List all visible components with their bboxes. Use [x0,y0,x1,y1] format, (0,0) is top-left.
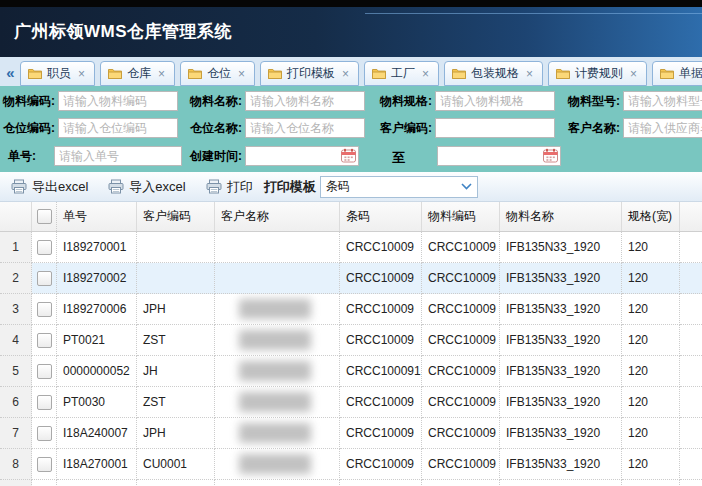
table-row[interactable] [0,480,702,486]
table-row[interactable]: 4PT0021ZSTCRCC10009CRCC10009IFB135N33_19… [0,325,702,356]
cell-filler [680,356,702,387]
close-icon[interactable]: × [158,68,165,80]
tab-item-5[interactable]: 包装规格× [444,61,543,86]
row-checkbox-cell [32,356,57,387]
row-checkbox[interactable] [37,457,52,472]
redacted-customer-name [239,392,311,412]
tab-item-7[interactable]: 单据类型× [652,61,702,86]
row-checkbox[interactable] [37,333,52,348]
print-button[interactable]: 打印 [201,176,262,198]
row-number: 1 [0,232,32,263]
cell-customer-name [215,263,340,294]
table-row[interactable]: 2I189270002CRCC10009CRCC10009IFB135N33_1… [0,263,702,294]
material-model-label: 物料型号: [568,93,620,110]
material-spec-input[interactable] [435,91,555,111]
cell-customer-code [137,480,215,486]
folder-icon [28,68,42,79]
collapse-tabs-icon[interactable]: « [2,61,19,85]
cell-material-name: IFB135N33_1920 [500,263,622,294]
close-icon[interactable]: × [78,68,85,80]
material-name-input[interactable] [245,91,365,111]
col-header-filler [680,202,702,231]
row-checkbox[interactable] [37,395,52,410]
customer-code-input[interactable] [435,118,555,138]
select-all-cell [32,202,57,231]
row-number: 7 [0,418,32,449]
cell-barcode: CRCC10009 [340,232,422,263]
order-no-input[interactable] [54,146,182,166]
row-checkbox-cell [32,480,57,486]
export-excel-button[interactable]: 导出excel [6,176,97,198]
bin-name-input[interactable] [245,118,365,138]
bin-code-input[interactable] [58,118,178,138]
printer-icon [206,179,222,194]
col-header-customer-name[interactable]: 客户名称 [215,202,340,231]
tab-item-2[interactable]: 仓位× [180,61,255,86]
table-row[interactable]: 6PT0030ZSTCRCC10009CRCC10009IFB135N33_19… [0,387,702,418]
cell-customer-code: ZST [137,325,215,356]
close-icon[interactable]: × [526,68,533,80]
customer-name-input[interactable] [623,118,702,138]
print-template-select[interactable]: 条码 [320,176,478,198]
tab-item-0[interactable]: 职员× [20,61,95,86]
tab-item-6[interactable]: 计费规则× [548,61,647,86]
calendar-icon[interactable] [543,148,558,167]
redacted-customer-name [239,330,311,350]
row-number: 4 [0,325,32,356]
row-checkbox[interactable] [37,364,52,379]
import-excel-button[interactable]: 导入excel [103,176,194,198]
col-header-spec-width[interactable]: 规格(宽) [622,202,680,231]
cell-filler [680,294,702,325]
cell-order-no: I189270002 [57,263,137,294]
search-form: 物料编码: 物料名称: 物料规格: 物料型号: 仓位编码: 仓位名称: 客户编码… [0,86,702,172]
material-model-input[interactable] [623,91,702,111]
calendar-icon[interactable] [341,148,356,167]
table-row[interactable]: 3I189270006JPHCRCC10009CRCC10009IFB135N3… [0,294,702,325]
row-checkbox[interactable] [37,240,52,255]
row-checkbox-cell [32,232,57,263]
row-checkbox[interactable] [37,302,52,317]
cell-material-code: CRCC10009 [422,356,500,387]
tab-item-4[interactable]: 工厂× [364,61,439,86]
tab-item-1[interactable]: 仓库× [100,61,175,86]
row-checkbox[interactable] [37,426,52,441]
print-label: 打印 [227,178,253,196]
col-header-material-code[interactable]: 物料编码 [422,202,500,231]
cell-material-name: IFB135N33_1920 [500,325,622,356]
table-row[interactable]: 8I18A270001CU0001CRCC10009CRCC10009IFB13… [0,449,702,480]
cell-customer-name [215,387,340,418]
cell-material-name: IFB135N33_1920 [500,387,622,418]
tab-item-3[interactable]: 打印模板× [260,61,359,86]
cell-material-code: CRCC10009 [422,418,500,449]
cell-order-no: I18A270001 [57,449,137,480]
close-icon[interactable]: × [238,68,245,80]
row-checkbox-cell [32,325,57,356]
close-icon[interactable]: × [422,68,429,80]
cell-customer-name [215,418,340,449]
table-row[interactable]: 7I18A240007JPHCRCC10009CRCC10009IFB135N3… [0,418,702,449]
cell-customer-name [215,294,340,325]
folder-icon [268,68,282,79]
cell-customer-code: JPH [137,294,215,325]
material-code-input[interactable] [58,91,178,111]
row-number: 2 [0,263,32,294]
col-header-material-name[interactable]: 物料名称 [500,202,622,231]
cell-spec-width: 120 [622,294,680,325]
row-checkbox-cell [32,263,57,294]
cell-material-name: IFB135N33_1920 [500,356,622,387]
table-row[interactable]: 50000000052JHCRCC100091CRCC10009IFB135N3… [0,356,702,387]
tab-label: 打印模板 [287,65,335,82]
cell-order-no [57,480,137,486]
col-header-customer-code[interactable]: 客户编码 [137,202,215,231]
table-row[interactable]: 1I189270001CRCC10009CRCC10009IFB135N33_1… [0,232,702,263]
row-checkbox[interactable] [37,271,52,286]
close-icon[interactable]: × [630,68,637,80]
select-all-checkbox[interactable] [37,209,52,224]
cell-order-no: 0000000052 [57,356,137,387]
close-icon[interactable]: × [342,68,349,80]
cell-order-no: I189270001 [57,232,137,263]
cell-customer-code [137,263,215,294]
col-header-order-no[interactable]: 单号 [57,202,137,231]
col-header-barcode[interactable]: 条码 [340,202,422,231]
import-excel-label: 导入excel [129,178,185,196]
